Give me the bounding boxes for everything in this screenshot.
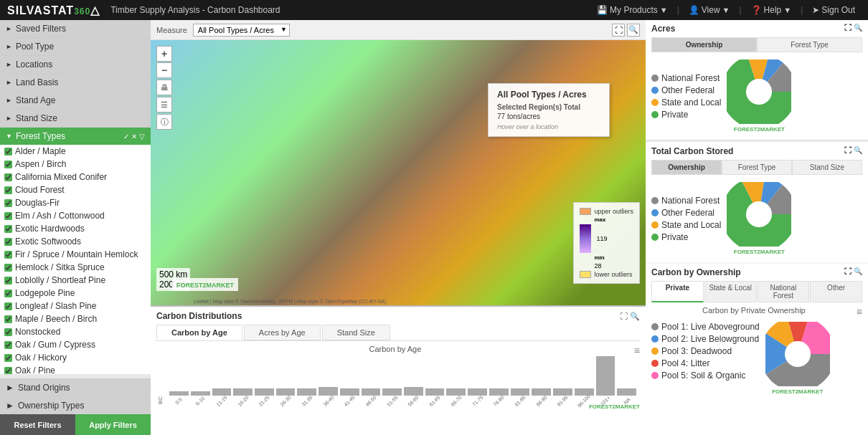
map-area[interactable]: + − 🖶 ☰ ⓘ All Pool Types / Acres Selecte… xyxy=(151,40,646,305)
legend-dot xyxy=(651,221,659,229)
acres-expand-icon[interactable]: ⛶ xyxy=(844,24,852,34)
forest-type-item[interactable]: Fir / Spruce / Mountain Hemlock xyxy=(0,248,151,261)
bar-group: 81-85 xyxy=(511,388,530,403)
forest-type-item[interactable]: Aspen / Birch xyxy=(0,158,151,171)
bar-group: 11-15 xyxy=(212,388,232,403)
reset-filters-button[interactable]: Reset Filters xyxy=(0,414,75,435)
co-tab[interactable]: Private xyxy=(651,281,704,302)
forest-type-item[interactable]: Maple / Beech / Birch xyxy=(0,312,151,325)
forest-type-item[interactable]: Longleaf / Slash Pine xyxy=(0,300,151,312)
bar xyxy=(297,388,316,396)
arrow-icon: ▼ xyxy=(6,133,12,140)
forest-type-item[interactable]: California Mixed Conifer xyxy=(0,171,151,183)
arrow-icon: ► xyxy=(6,401,14,411)
carbon-distributions-title: Carbon Distributions xyxy=(156,311,242,321)
search-icon[interactable]: 🔍 xyxy=(630,312,640,321)
acres-tab[interactable]: Forest Type xyxy=(757,37,862,52)
co-tab[interactable]: Other xyxy=(810,281,862,302)
acres-search-icon[interactable]: 🔍 xyxy=(854,24,862,34)
expand-map-button[interactable]: ⛶ xyxy=(612,24,625,37)
legend-item: Pool 2: Live Belowground xyxy=(651,334,760,344)
legend-dot xyxy=(651,75,659,82)
legend-item: Other Federal xyxy=(651,208,721,218)
search-map-button[interactable]: 🔍 xyxy=(627,24,640,37)
stand-age-header[interactable]: ► Stand Age xyxy=(0,92,151,109)
legend-item: Private xyxy=(651,232,721,242)
user-icon: 👤 xyxy=(689,5,699,15)
bar-group: 16-20 xyxy=(233,388,253,403)
carbon-search-icon[interactable]: 🔍 xyxy=(854,146,862,156)
carbon-expand-icon[interactable]: ⛶ xyxy=(844,146,852,156)
right-panel: Acres ⛶ 🔍 OwnershipForest Type National … xyxy=(646,20,868,435)
co-tab[interactable]: State & Local xyxy=(704,281,757,302)
forest-type-item[interactable]: Exotic Hardwoods xyxy=(0,222,151,235)
bar xyxy=(553,388,572,396)
forest-type-item[interactable]: Douglas-Fir xyxy=(0,196,151,209)
zoom-out-button[interactable]: − xyxy=(156,62,172,78)
total-carbon-tab[interactable]: Stand Size xyxy=(792,160,862,175)
co-chart-menu[interactable]: ≡ xyxy=(857,306,862,317)
carbon-tab[interactable]: Stand Size xyxy=(322,325,390,340)
print-button[interactable]: 🖶 xyxy=(156,80,172,95)
layers-button[interactable]: ☰ xyxy=(156,97,172,113)
zoom-in-button[interactable]: + xyxy=(156,46,172,62)
bar xyxy=(340,388,359,396)
app-title: Timber Supply Analysis - Carbon Dashboar… xyxy=(110,5,280,15)
acres-tab[interactable]: Ownership xyxy=(651,37,757,52)
saved-filters-header[interactable]: ► Saved Filters xyxy=(0,20,151,37)
apply-filters-button[interactable]: Apply Filters xyxy=(75,414,151,435)
expand-icon[interactable]: ⛶ xyxy=(620,312,628,321)
forest-type-item[interactable]: Oak / Gum / Cypress xyxy=(0,338,151,351)
total-carbon-tab[interactable]: Forest Type xyxy=(722,160,792,175)
bar xyxy=(362,388,381,396)
co-expand-icon[interactable]: ⛶ xyxy=(844,267,852,277)
forest-type-item[interactable]: Oak / Pine xyxy=(0,364,151,374)
acres-pie-container: National ForestOther FederalState and Lo… xyxy=(651,56,862,136)
legend-upper-label: upper outliers xyxy=(594,208,633,215)
signout-button[interactable]: ➤ Sign Out xyxy=(806,4,861,16)
forest-type-item[interactable]: Alder / Maple xyxy=(0,145,151,158)
forest-type-item[interactable]: Cloud Forest xyxy=(0,183,151,196)
forest-type-item[interactable]: Lodgepole Pine xyxy=(0,287,151,300)
legend-lower-label: lower outliers xyxy=(594,271,632,278)
carbon-tabs: Carbon by AgeAcres by AgeStand Size xyxy=(156,325,640,341)
forest-type-item[interactable]: Hemlock / Sitka Spruce xyxy=(0,261,151,274)
acres-tabs: OwnershipForest Type xyxy=(651,37,862,52)
acres-f2m: FOREST2MARKET xyxy=(727,126,791,133)
legend-item: Pool 3: Deadwood xyxy=(651,346,760,356)
forest-type-item[interactable]: Oak / Hickory xyxy=(0,351,151,364)
tooltip-subtitle: Selected Region(s) Total xyxy=(497,103,600,111)
arrow-icon: ► xyxy=(6,61,12,68)
f2m-map-logo: FOREST2MARKET xyxy=(172,278,238,291)
locations-header[interactable]: ► Locations xyxy=(0,56,151,73)
chart-menu-icon[interactable]: ≡ xyxy=(634,345,640,356)
co-chart-title: Carbon by Private Ownership xyxy=(651,306,862,315)
uncheck-all-icon[interactable]: ✕ xyxy=(131,133,137,140)
info-button[interactable]: ⓘ xyxy=(156,114,172,130)
help-button[interactable]: ❓ Help ▼ xyxy=(745,4,798,16)
bar-group: 46-50 xyxy=(362,388,381,403)
bar xyxy=(212,388,232,396)
total-carbon-tab[interactable]: Ownership xyxy=(651,160,722,175)
measure-select[interactable]: All Pool Types / Acres xyxy=(193,24,290,37)
land-basis-header[interactable]: ► Land Basis xyxy=(0,74,151,91)
pool-type-header[interactable]: ► Pool Type xyxy=(0,38,151,55)
co-search-icon[interactable]: 🔍 xyxy=(854,267,862,277)
legend-lower-color xyxy=(580,271,591,278)
forest-type-item[interactable]: Nonstocked xyxy=(0,325,151,338)
forest-type-item[interactable]: Loblolly / Shortleaf Pine xyxy=(0,274,151,287)
forest-type-item[interactable]: Elm / Ash / Cottonwood xyxy=(0,209,151,222)
legend-dot xyxy=(651,209,659,216)
carbon-tab[interactable]: Acres by Age xyxy=(244,325,321,340)
ownership-types-header[interactable]: ► Ownership Types xyxy=(0,396,151,414)
view-button[interactable]: 👤 View ▼ xyxy=(683,4,736,16)
stand-origins-header[interactable]: ► Stand Origins xyxy=(0,378,151,396)
check-all-icon[interactable]: ✓ xyxy=(123,133,129,140)
co-tab[interactable]: National Forest xyxy=(758,281,810,302)
forest-type-item[interactable]: Exotic Softwoods xyxy=(0,235,151,248)
bar xyxy=(276,388,296,396)
stand-size-header[interactable]: ► Stand Size xyxy=(0,110,151,127)
collapse-icon[interactable]: ▽ xyxy=(139,133,145,140)
my-products-button[interactable]: 💾 My Products ▼ xyxy=(591,4,674,16)
carbon-tab[interactable]: Carbon by Age xyxy=(156,325,242,340)
